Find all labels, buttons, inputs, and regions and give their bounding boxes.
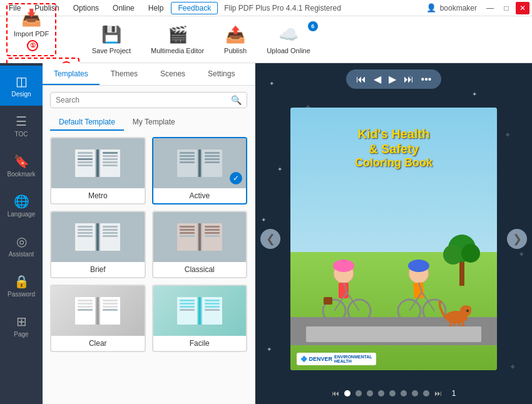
- language-label: Language: [8, 211, 36, 218]
- prev-page-button[interactable]: ❮: [260, 229, 280, 249]
- svg-point-27: [443, 245, 463, 265]
- book-title: Kid's Health: [355, 126, 432, 141]
- publish-button[interactable]: 📤 Publish: [217, 20, 254, 59]
- skip-to-end-icon[interactable]: ⏭: [434, 389, 442, 398]
- upload-online-button[interactable]: ☁️ 6 Upload Online: [259, 20, 318, 59]
- template-brief[interactable]: Brief: [50, 211, 146, 278]
- tmpl-tab-my[interactable]: My Template: [124, 114, 184, 131]
- active-page-left: [177, 149, 197, 177]
- template-facile[interactable]: Facile: [152, 285, 248, 352]
- page-dot-3[interactable]: [367, 390, 373, 396]
- book-title-line2: & Safety: [355, 141, 432, 156]
- next-page-button[interactable]: ❯: [507, 229, 527, 249]
- active-page-right: [202, 149, 222, 177]
- next-button[interactable]: ▶: [389, 73, 396, 85]
- skip-back-button[interactable]: ⏮: [356, 74, 366, 85]
- tab-templates[interactable]: Templates: [43, 63, 100, 85]
- page-number: 1: [452, 389, 456, 398]
- classical-page-left: [177, 223, 197, 251]
- tab-settings[interactable]: Settings: [197, 63, 246, 85]
- clear-preview: [51, 286, 145, 336]
- page-dot-1[interactable]: [344, 390, 350, 396]
- clear-pages: [75, 297, 120, 325]
- import-label: Import PDF: [14, 30, 49, 38]
- clear-spine: [96, 297, 99, 325]
- classical-spine: [198, 223, 201, 251]
- preview-area: ✦ ✧ ✦ ✧ ✦ ✦ ✧ ✦ ✧ ✦ ⏮ ◀ ▶ ⏭ ••• ❮: [255, 63, 532, 404]
- multimedia-icon: 🎬: [168, 25, 188, 44]
- page-label: Page: [14, 331, 28, 338]
- brief-page-right: [100, 223, 120, 251]
- toolbar: 📥 Import PDF ① ↩ Re-import ② 💾 Save Proj…: [0, 16, 532, 63]
- panel-tabs: Templates Themes Scenes Settings: [43, 63, 255, 86]
- import-icon: 📥: [21, 8, 41, 28]
- facile-label: Facile: [153, 336, 247, 351]
- svg-point-10: [408, 260, 429, 272]
- clear-page-right: [100, 297, 120, 325]
- multimedia-editor-button[interactable]: 🎬 Multimedia Editor: [143, 20, 212, 59]
- tab-scenes[interactable]: Scenes: [149, 63, 197, 85]
- menu-online[interactable]: Online: [106, 2, 141, 14]
- brief-page-left: [75, 223, 95, 251]
- facile-pages: [177, 297, 222, 325]
- template-classical[interactable]: Classical: [152, 211, 248, 278]
- page-dot-4[interactable]: [378, 390, 384, 396]
- brief-label: Brief: [51, 262, 145, 277]
- tmpl-tab-default[interactable]: Default Template: [50, 114, 124, 131]
- more-button[interactable]: •••: [421, 74, 432, 85]
- skip-forward-button[interactable]: ⏭: [404, 74, 414, 85]
- bookmark-icon: 🔖: [14, 154, 29, 169]
- step1-badge: ①: [27, 40, 38, 51]
- publish-label: Publish: [224, 47, 247, 54]
- template-metro[interactable]: Metro: [50, 137, 146, 205]
- facile-preview: [153, 286, 247, 336]
- sidebar-item-bookmark[interactable]: 🔖 Bookmark: [0, 146, 43, 186]
- save-label: Save Project: [92, 47, 131, 54]
- search-input[interactable]: [56, 96, 231, 104]
- page-dot-2[interactable]: [356, 390, 362, 396]
- classical-pages: [177, 223, 222, 251]
- skip-to-start-icon[interactable]: ⏮: [332, 389, 339, 398]
- sidebar-item-assistant[interactable]: ◎ Assistant: [0, 226, 43, 266]
- sidebar-item-password[interactable]: 🔒 Password: [0, 266, 43, 306]
- username: bookmaker: [440, 4, 477, 13]
- brief-preview: [51, 212, 145, 262]
- active-preview: ✓: [153, 138, 247, 188]
- classical-page-right: [202, 223, 222, 251]
- tab-themes[interactable]: Themes: [100, 63, 149, 85]
- prev-button[interactable]: ◀: [374, 73, 381, 85]
- brief-pages: [75, 223, 120, 251]
- active-spine: [198, 149, 201, 177]
- page-dot-7[interactable]: [412, 390, 418, 396]
- book-cover: Kid's Health & Safety Coloring Book: [290, 108, 497, 370]
- password-label: Password: [8, 291, 35, 298]
- multimedia-label: Multimedia Editor: [151, 47, 204, 54]
- page-dot-5[interactable]: [389, 390, 396, 396]
- minimize-button[interactable]: —: [483, 2, 497, 14]
- password-icon: 🔒: [14, 274, 29, 289]
- toc-icon: ☰: [16, 114, 27, 129]
- upload-label: Upload Online: [267, 47, 310, 54]
- page-dot-6[interactable]: [401, 390, 407, 396]
- sidebar-item-design[interactable]: ◫ Design: [0, 66, 43, 106]
- save-icon: 💾: [101, 25, 121, 44]
- clear-page-left: [75, 297, 95, 325]
- denver-logo: 🔷 DENVER ENVIRONMENTALHEALTH: [297, 353, 376, 365]
- panel: Templates Themes Scenes Settings 🔍 Defau…: [43, 63, 255, 404]
- menu-help[interactable]: Help: [142, 2, 170, 14]
- template-tabs: Default Template My Template: [43, 114, 255, 131]
- sidebar-item-language[interactable]: 🌐 Language: [0, 186, 43, 226]
- template-active[interactable]: ✓ Active: [152, 137, 248, 205]
- sidebar-item-page[interactable]: ⊞ Page: [0, 306, 43, 346]
- maximize-button[interactable]: □: [499, 2, 513, 14]
- close-button[interactable]: ✕: [516, 2, 529, 14]
- sidebar-item-toc[interactable]: ☰ TOC: [0, 106, 43, 146]
- page-dot-8[interactable]: [423, 390, 429, 396]
- save-project-button[interactable]: 💾 Save Project: [84, 20, 138, 59]
- template-clear[interactable]: Clear: [50, 285, 146, 352]
- svg-point-28: [461, 244, 480, 263]
- assistant-label: Assistant: [9, 251, 34, 258]
- import-pdf-button[interactable]: 📥 Import PDF ①: [6, 3, 56, 56]
- menu-feedback[interactable]: Feedback: [171, 2, 218, 14]
- bottom-controls: ⏮ ⏭ 1: [332, 389, 456, 398]
